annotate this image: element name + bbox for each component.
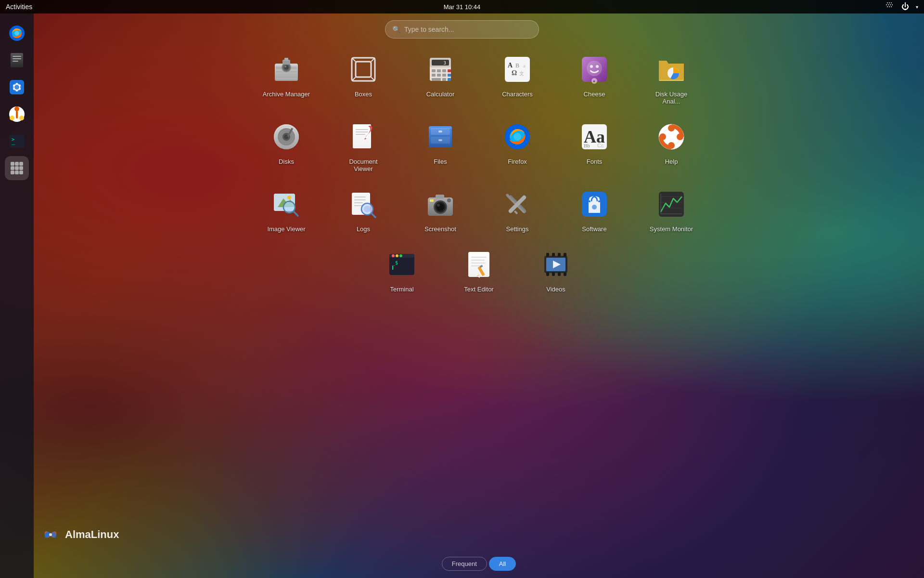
dropdown-icon[interactable]: ▾ <box>916 4 918 10</box>
svg-line-140 <box>372 213 375 217</box>
svg-rect-36 <box>15 162 19 166</box>
svg-rect-42 <box>15 171 19 174</box>
app-boxes[interactable]: Boxes <box>339 52 387 105</box>
svg-rect-16 <box>13 58 21 59</box>
app-fonts[interactable]: Aa Bb Cc Fonts <box>570 119 618 172</box>
svg-rect-174 <box>471 257 487 258</box>
app-archive-manager[interactable]: Archive Manager <box>262 52 310 105</box>
search-input[interactable] <box>404 26 532 33</box>
almalinux-logo-icon <box>41 525 60 544</box>
tab-frequent[interactable]: Frequent <box>442 557 487 571</box>
svg-rect-3 <box>886 4 887 5</box>
app-grid: Archive Manager Boxes <box>34 13 924 549</box>
svg-rect-104 <box>356 134 365 135</box>
svg-rect-74 <box>432 78 441 81</box>
app-cheese[interactable]: ● Cheese <box>570 52 618 105</box>
app-label-logs: Logs <box>357 225 370 233</box>
app-logs[interactable]: Logs <box>339 187 387 233</box>
app-firefox[interactable]: Firefox <box>493 119 541 172</box>
app-characters[interactable]: A B Ω 文 a Characters <box>493 52 541 105</box>
svg-point-30 <box>10 116 14 120</box>
sidebar-item-notes[interactable] <box>5 48 29 72</box>
app-document-viewer[interactable]: Document Viewer <box>339 119 387 172</box>
svg-point-24 <box>16 90 18 92</box>
svg-rect-154 <box>514 210 518 214</box>
app-label-cheese: Cheese <box>584 91 605 98</box>
app-screenshot[interactable]: Screenshot <box>416 187 464 233</box>
sidebar-item-terminal[interactable]: _ > <box>5 129 29 153</box>
svg-point-126 <box>677 133 683 140</box>
svg-point-169 <box>399 254 402 257</box>
svg-rect-2 <box>891 2 892 3</box>
search-container: 🔍 <box>385 20 539 39</box>
app-text-editor[interactable]: Text Editor <box>455 247 503 293</box>
svg-rect-184 <box>552 253 555 257</box>
apps-row-3: Image Viewer Logs <box>262 187 695 233</box>
svg-rect-57 <box>356 62 371 77</box>
bottom-tab-bar: Frequent All <box>34 549 924 578</box>
svg-rect-102 <box>356 129 368 130</box>
app-label-terminal: Terminal <box>390 286 413 293</box>
svg-rect-76 <box>448 78 451 81</box>
svg-rect-9 <box>891 6 892 7</box>
app-label-help: Help <box>665 158 678 165</box>
svg-text:Bb: Bb <box>584 143 590 148</box>
svg-rect-187 <box>546 272 549 276</box>
svg-rect-70 <box>432 74 436 77</box>
svg-point-158 <box>598 200 600 202</box>
app-label-document-viewer: Document Viewer <box>339 158 387 172</box>
app-calculator[interactable]: 3 Calculator <box>416 52 464 105</box>
svg-text:Ω: Ω <box>512 69 517 77</box>
almalinux-brand: AlmaLinux <box>65 528 119 541</box>
svg-rect-40 <box>19 166 23 170</box>
app-image-viewer[interactable]: Image Viewer <box>262 187 310 233</box>
svg-point-26 <box>13 85 15 87</box>
app-terminal[interactable]: _$ Terminal <box>378 247 426 293</box>
svg-rect-150 <box>430 199 434 202</box>
svg-point-124 <box>668 142 675 149</box>
sidebar-item-firefox[interactable] <box>5 21 29 45</box>
svg-rect-188 <box>552 272 555 276</box>
svg-rect-111 <box>429 126 452 129</box>
svg-rect-101 <box>353 124 371 148</box>
svg-text:B: B <box>515 62 519 69</box>
svg-rect-171 <box>392 266 393 270</box>
tab-all[interactable]: All <box>489 557 516 571</box>
activities-button[interactable]: Activities <box>6 3 32 11</box>
app-settings[interactable]: Settings <box>493 187 541 233</box>
app-help[interactable]: Help <box>647 119 695 172</box>
sidebar-item-appgrid[interactable] <box>5 156 29 180</box>
svg-rect-71 <box>437 74 441 77</box>
app-disk-usage[interactable]: Disk Usage Anal... <box>647 52 695 105</box>
svg-rect-35 <box>11 162 14 166</box>
search-icon: 🔍 <box>392 26 400 33</box>
svg-rect-137 <box>354 202 363 203</box>
svg-rect-7 <box>887 6 888 7</box>
svg-point-12 <box>14 31 19 36</box>
svg-rect-69 <box>448 69 451 72</box>
power-icon[interactable]: ⏻ <box>901 2 909 11</box>
svg-rect-49 <box>276 78 297 79</box>
app-label-videos: Videos <box>546 286 565 293</box>
network-icon[interactable] <box>886 2 895 11</box>
sidebar-item-software[interactable] <box>5 75 29 99</box>
app-label-calculator: Calculator <box>426 91 455 98</box>
svg-rect-17 <box>13 61 18 62</box>
sidebar-item-help[interactable] <box>5 102 29 126</box>
app-label-system-monitor: System Monitor <box>650 225 693 233</box>
app-software[interactable]: Software <box>570 187 618 233</box>
app-disks[interactable]: Disks <box>262 119 310 172</box>
svg-rect-135 <box>354 197 366 197</box>
app-videos[interactable]: Videos <box>532 247 580 293</box>
svg-point-114 <box>513 133 521 141</box>
app-files[interactable]: Files <box>416 119 464 172</box>
svg-point-167 <box>392 254 395 257</box>
app-system-monitor[interactable]: System Monitor <box>647 187 695 233</box>
svg-text:3: 3 <box>444 61 446 66</box>
svg-text:_$: _$ <box>392 260 398 266</box>
app-label-disk-usage: Disk Usage Anal... <box>647 91 695 105</box>
app-label-image-viewer: Image Viewer <box>267 225 305 233</box>
svg-point-21 <box>16 83 18 85</box>
svg-point-168 <box>396 254 398 257</box>
svg-rect-144 <box>436 195 444 198</box>
